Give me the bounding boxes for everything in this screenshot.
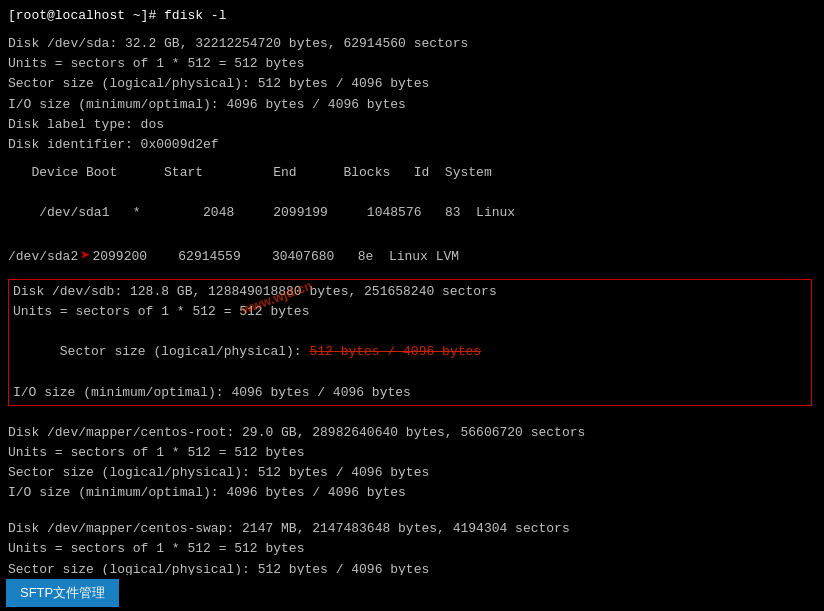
- sda-units-line: Units = sectors of 1 * 512 = 512 bytes: [8, 54, 816, 74]
- sdb-io-line: I/O size (minimum/optimal): 4096 bytes /…: [13, 383, 807, 403]
- sda-io-line: I/O size (minimum/optimal): 4096 bytes /…: [8, 95, 816, 115]
- sda-label-line: Disk label type: dos: [8, 115, 816, 135]
- command-line: [root@localhost ~]# fdisk -l: [8, 6, 816, 26]
- sda1-line: /dev/sda1 * 2048 2099199 1048576 83 Linu…: [8, 183, 816, 243]
- sftp-button[interactable]: SFTP文件管理: [6, 579, 119, 607]
- sftp-bar: SFTP文件管理: [0, 575, 824, 611]
- mapper-swap-disk-line: Disk /dev/mapper/centos-swap: 2147 MB, 2…: [8, 519, 816, 539]
- mapper-root-units-line: Units = sectors of 1 * 512 = 512 bytes: [8, 443, 816, 463]
- sdb-sector-prefix: Sector size (logical/physical):: [60, 344, 310, 359]
- mapper-root-sector-line: Sector size (logical/physical): 512 byte…: [8, 463, 816, 483]
- sda1-dev: /dev/sda1 * 2048 2099199 1048576 83 Linu…: [39, 205, 515, 220]
- sda-sector-line: Sector size (logical/physical): 512 byte…: [8, 74, 816, 94]
- sdb-section-box: Disk /dev/sdb: 128.8 GB, 128849018880 by…: [8, 279, 812, 406]
- sdb-disk-line: Disk /dev/sdb: 128.8 GB, 128849018880 by…: [13, 282, 807, 302]
- sda2-dev: /dev/sda2: [8, 247, 78, 267]
- mapper-swap-units-line: Units = sectors of 1 * 512 = 512 bytes: [8, 539, 816, 559]
- mapper-root-disk-line: Disk /dev/mapper/centos-root: 29.0 GB, 2…: [8, 423, 816, 443]
- sda-id-line: Disk identifier: 0x0009d2ef: [8, 135, 816, 155]
- arrow-icon: ➤: [80, 244, 90, 270]
- sda2-line: /dev/sda2 ➤ 2099200 62914559 30407680 8e…: [8, 244, 816, 270]
- terminal: [root@localhost ~]# fdisk -l Disk /dev/s…: [0, 0, 824, 575]
- sda2-rest: 2099200 62914559 30407680 8e Linux LVM: [92, 247, 459, 267]
- sda-disk-line: Disk /dev/sda: 32.2 GB, 32212254720 byte…: [8, 34, 816, 54]
- sdb-sector-line: Sector size (logical/physical): 512 byte…: [13, 322, 807, 382]
- sdb-units-line: Units = sectors of 1 * 512 = 512 bytes: [13, 302, 807, 322]
- mapper-root-io-line: I/O size (minimum/optimal): 4096 bytes /…: [8, 483, 816, 503]
- mapper-swap-sector-line: Sector size (logical/physical): 512 byte…: [8, 560, 816, 575]
- table-header-line: Device Boot Start End Blocks Id System: [8, 163, 816, 183]
- sdb-sector-highlight: 512 bytes / 4096 bytes: [309, 344, 481, 359]
